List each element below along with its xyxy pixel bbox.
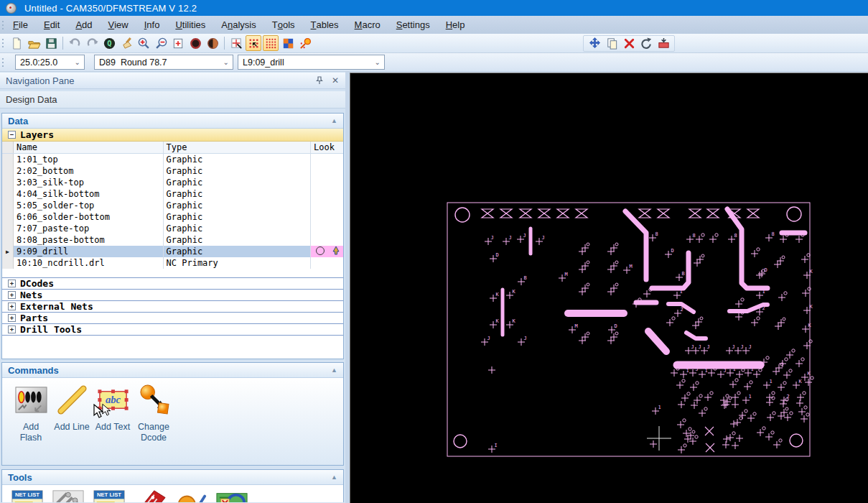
menu-file[interactable]: File [5, 19, 36, 30]
move-icon[interactable] [587, 36, 602, 52]
menu-tables[interactable]: Tables [303, 19, 347, 30]
board-red-tool[interactable] [134, 488, 167, 502]
menubar-grip[interactable] [0, 16, 5, 34]
expand-box-icon[interactable]: + [8, 314, 16, 322]
layer-row[interactable]: ▶ 9:09_drill Graphic [2, 246, 343, 257]
tools-panel-header[interactable]: Tools ▲ [2, 470, 343, 485]
layer-row[interactable]: 4:04_silk-bottom Graphic [2, 188, 343, 200]
svg-text:1: 1 [733, 366, 736, 372]
menu-edit[interactable]: Edit [36, 19, 67, 30]
delete-icon[interactable] [621, 36, 637, 52]
rotate-icon[interactable] [638, 36, 654, 52]
pan-view-icon[interactable] [205, 35, 220, 51]
netlist-compare-tool[interactable]: NET LIST [11, 488, 44, 502]
layer-look[interactable] [311, 211, 343, 223]
layers-tree-node[interactable]: − Layers [2, 129, 343, 142]
layer-row[interactable]: 6:06_solder-bottom Graphic [2, 211, 343, 223]
netlist-extract-tool[interactable]: NET LIST [93, 488, 126, 502]
menu-macro[interactable]: Macro [347, 19, 388, 30]
design-data-bar[interactable]: Design Data [0, 91, 345, 109]
layer-row[interactable]: 5:05_solder-top Graphic [2, 200, 343, 211]
mirror-icon[interactable] [655, 36, 671, 52]
zoom-in-icon[interactable] [136, 35, 151, 51]
layer-row[interactable]: 10:10_ncdrill.drl NC Primary [2, 257, 343, 269]
tree-node-parts[interactable]: +Parts [2, 313, 343, 324]
menu-info[interactable]: Info [136, 19, 168, 30]
expand-box-icon[interactable]: + [8, 291, 16, 299]
layers-table-header: Name Type Look [2, 142, 343, 154]
toolbar-grip[interactable] [0, 34, 5, 52]
collapse-arrow-icon[interactable]: ▲ [331, 366, 337, 374]
edit-draw-tool[interactable] [174, 488, 207, 502]
layer-look[interactable] [311, 165, 343, 177]
column-type[interactable]: Type [164, 142, 312, 153]
menu-analysis[interactable]: Analysis [213, 19, 263, 30]
flash-finder-icon[interactable] [297, 35, 313, 51]
layer-row[interactable]: 2:02_bottom Graphic [2, 165, 343, 177]
grid-combo[interactable]: 25.0:25.0⌄ [15, 55, 85, 70]
save-icon[interactable] [43, 35, 59, 51]
layer-look[interactable] [311, 234, 343, 246]
layer-look[interactable] [311, 154, 343, 165]
combobar-grip[interactable] [0, 53, 5, 71]
menu-add[interactable]: Add [67, 19, 100, 30]
add-line-command[interactable]: Add Line [52, 383, 92, 465]
collapse-box-icon[interactable]: − [8, 131, 16, 139]
redo-icon[interactable] [84, 35, 100, 51]
layer-combo[interactable]: L9:09_drill⌄ [238, 55, 385, 70]
layer-look[interactable] [311, 200, 343, 211]
menu-help[interactable]: Help [438, 19, 473, 30]
undo-icon[interactable] [67, 35, 83, 51]
grid-dots-b-icon[interactable] [263, 35, 279, 51]
add-flash-command[interactable]: Add Flash [11, 383, 51, 465]
zoom-window-icon[interactable] [170, 35, 186, 51]
origin-marker-icon[interactable] [228, 35, 244, 51]
change-dcode-command[interactable]: ChangeDcode [134, 383, 174, 465]
zoom-out-icon[interactable] [153, 35, 169, 51]
dcode-combo[interactable]: D89 Round 78.7⌄ [94, 55, 233, 70]
layer-row[interactable]: 3:03_silk-top Graphic [2, 177, 343, 188]
expand-box-icon[interactable]: + [8, 303, 16, 310]
layer-table-icon[interactable] [280, 35, 296, 51]
svg-text:NET LIST: NET LIST [97, 492, 121, 498]
menu-utilities[interactable]: Utilities [167, 19, 213, 30]
layer-row[interactable]: 1:01_top Graphic [2, 154, 343, 165]
pin-icon[interactable] [314, 75, 325, 86]
zoom-last-icon[interactable] [187, 35, 203, 51]
column-look[interactable]: Look [311, 142, 343, 153]
column-name[interactable]: Name [14, 142, 164, 153]
layer-row[interactable]: 8:08_paste-bottom Graphic [2, 234, 343, 246]
copy-icon[interactable] [604, 36, 620, 52]
tree-node-drill-tools[interactable]: +Drill Tools [2, 324, 343, 336]
grid-dots-a-icon[interactable] [246, 35, 261, 51]
board-green-tool[interactable] [215, 488, 248, 502]
tree-node-dcodes[interactable]: +DCodes [2, 278, 343, 290]
layer-color-swatch[interactable] [311, 246, 343, 257]
layer-look[interactable] [311, 223, 343, 234]
new-file-icon[interactable] [9, 35, 24, 51]
collapse-arrow-icon[interactable]: ▲ [331, 474, 337, 481]
film-query-icon[interactable]: Q [101, 35, 117, 51]
layer-look[interactable] [311, 246, 343, 257]
layer-look[interactable] [311, 257, 343, 269]
clean-icon[interactable] [118, 35, 134, 51]
trace-photo-tool[interactable] [52, 488, 85, 502]
menu-view[interactable]: View [101, 19, 136, 30]
close-icon[interactable]: ✕ [330, 75, 341, 86]
menu-settings[interactable]: Settings [388, 19, 438, 30]
expand-box-icon[interactable]: + [8, 326, 16, 333]
svg-text:I: I [495, 443, 498, 448]
layer-row[interactable]: 7:07_paste-top Graphic [2, 223, 343, 234]
commands-panel-header[interactable]: Commands ▲ [2, 363, 343, 378]
menu-tools[interactable]: Tools [264, 19, 303, 30]
layer-look[interactable] [311, 188, 343, 200]
tree-node-nets[interactable]: +Nets [2, 290, 343, 301]
tree-node-external-nets[interactable]: +External Nets [2, 301, 343, 313]
pcb-canvas[interactable]: JJJJDBMMKKKKMDJJI8DB12JJJ8812JJJ8DKKK1J1… [350, 73, 868, 503]
collapse-arrow-icon[interactable]: ▲ [331, 117, 337, 124]
layer-look[interactable] [311, 177, 343, 188]
add-text-command[interactable]: abc Add Text [93, 383, 133, 465]
expand-box-icon[interactable]: + [8, 280, 16, 287]
data-panel-header[interactable]: Data ▲ [2, 114, 343, 129]
open-file-icon[interactable] [26, 35, 42, 51]
